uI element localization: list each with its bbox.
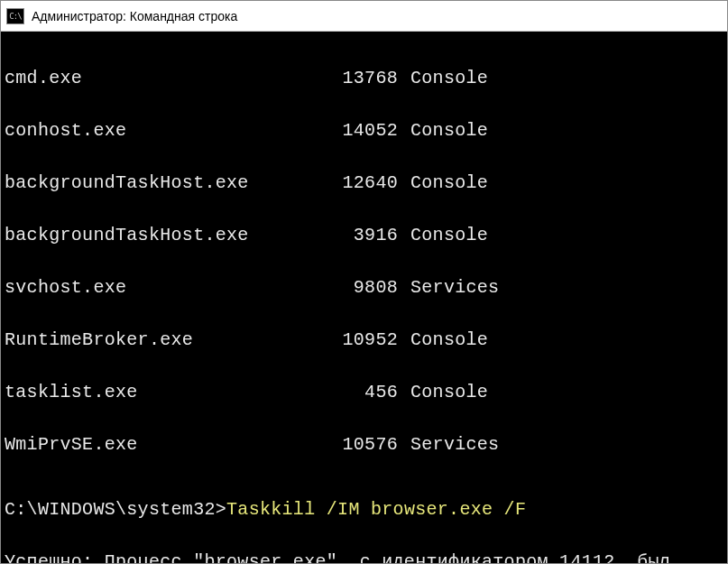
process-pid: 9808: [302, 274, 410, 300]
process-pid: 10576: [302, 431, 410, 458]
process-row: svchost.exe9808Services: [5, 274, 723, 300]
process-name: conhost.exe: [5, 117, 302, 143]
process-session: Console: [410, 170, 488, 196]
terminal-output[interactable]: cmd.exe13768Console conhost.exe14052Cons…: [1, 32, 727, 563]
process-pid: 3916: [302, 222, 410, 248]
process-name: backgroundTaskHost.exe: [5, 170, 302, 196]
process-name: backgroundTaskHost.exe: [5, 222, 302, 248]
process-session: Console: [410, 117, 488, 143]
process-name: cmd.exe: [5, 65, 302, 91]
prompt-arrow: >: [216, 499, 226, 520]
prompt-command: Taskkill /IM browser.exe /F: [226, 499, 526, 520]
process-pid: 456: [302, 379, 410, 405]
window-title: Администратор: Командная строка: [32, 9, 237, 23]
process-row: cmd.exe13768Console: [5, 65, 723, 91]
cmd-icon: C:\: [6, 8, 24, 24]
prompt-line: C:\WINDOWS\system32>Taskkill /IM browser…: [5, 496, 723, 522]
process-row: backgroundTaskHost.exe12640Console: [5, 170, 723, 196]
process-name: tasklist.exe: [5, 379, 302, 405]
window-titlebar[interactable]: C:\ Администратор: Командная строка: [1, 1, 727, 32]
process-row: WmiPrvSE.exe10576Services: [5, 431, 723, 458]
process-name: svchost.exe: [5, 274, 302, 300]
process-session: Console: [410, 327, 488, 353]
process-name: WmiPrvSE.exe: [5, 431, 302, 458]
prompt-path: C:\WINDOWS\system32: [5, 499, 216, 520]
process-pid: 14052: [302, 117, 410, 143]
process-session: Services: [410, 274, 499, 300]
process-pid: 12640: [302, 170, 410, 196]
process-pid: 10952: [302, 327, 410, 353]
process-name: RuntimeBroker.exe: [5, 327, 302, 353]
process-session: Services: [410, 431, 499, 458]
process-session: Console: [410, 379, 488, 405]
process-row: backgroundTaskHost.exe3916Console: [5, 222, 723, 248]
process-session: Console: [410, 65, 488, 91]
result-line: Успешно: Процесс "browser.exe", с иденти…: [5, 549, 723, 564]
process-session: Console: [410, 222, 488, 248]
process-pid: 13768: [302, 65, 410, 91]
cmd-icon-glyph: C:\: [9, 12, 21, 21]
process-row: conhost.exe14052Console: [5, 117, 723, 143]
process-row: tasklist.exe456Console: [5, 379, 723, 405]
process-row: RuntimeBroker.exe10952Console: [5, 327, 723, 353]
